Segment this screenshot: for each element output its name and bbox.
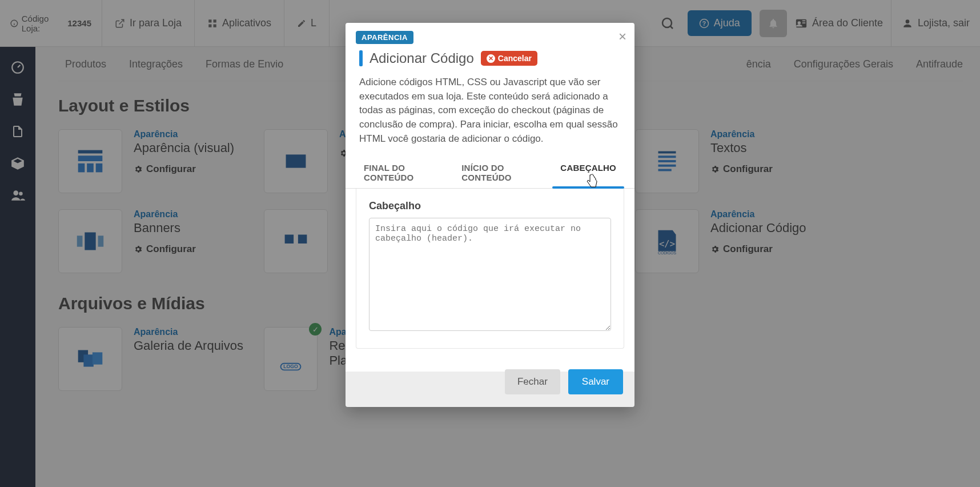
- modal-add-code: APARÊNCIA × Adicionar Código ✕Cancelar A…: [346, 23, 634, 47]
- modal-close-x[interactable]: ×: [618, 29, 626, 45]
- modal-overlay: APARÊNCIA × Adicionar Código ✕Cancelar A…: [0, 0, 980, 47]
- modal-tag: APARÊNCIA: [356, 31, 413, 44]
